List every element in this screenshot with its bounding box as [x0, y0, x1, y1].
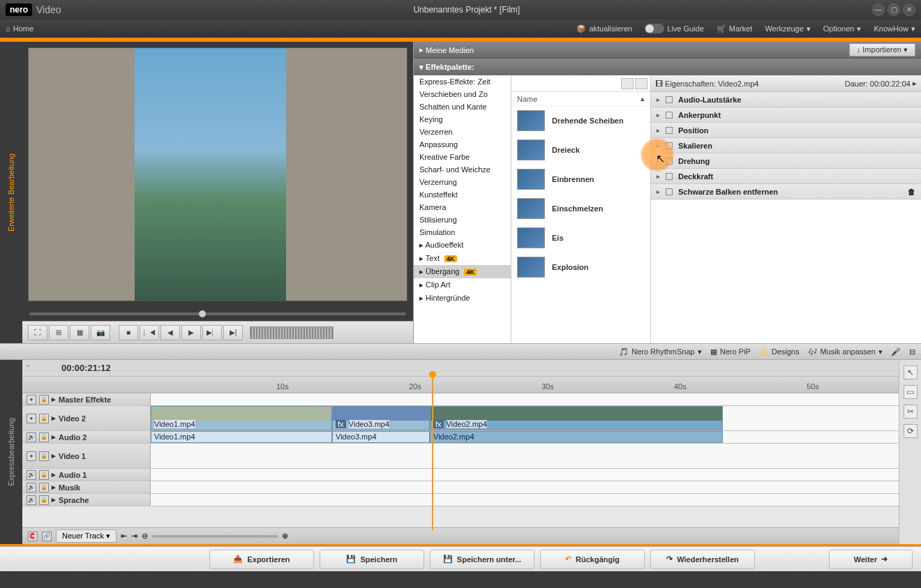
clip-video1[interactable]: Video1.mp4	[151, 406, 332, 430]
property-row[interactable]: ▸Ankerpunkt	[651, 107, 921, 123]
playhead[interactable]	[432, 377, 433, 530]
category-item[interactable]: Anpassung	[414, 138, 511, 151]
property-row[interactable]: ▸Deckkraft	[651, 169, 921, 184]
snapshot-button[interactable]: 📷	[91, 325, 110, 340]
clip-video2[interactable]: fxVideo2.mp4	[430, 406, 723, 430]
next-button[interactable]: Weiter ➜	[829, 550, 913, 569]
designs-button[interactable]: ✨ Designs	[759, 347, 800, 356]
import-button[interactable]: ↓ Importieren ▾	[849, 43, 915, 56]
view-list-button[interactable]	[635, 78, 647, 89]
fullscreen-button[interactable]: ⛶	[28, 325, 47, 340]
category-item[interactable]: Verzerrung	[414, 176, 511, 188]
stop-button[interactable]: ■	[119, 325, 138, 340]
new-track-button[interactable]: Neuer Track ▾	[56, 529, 117, 543]
tools-menu[interactable]: Werkzeuge ▾	[765, 24, 810, 33]
effect-item[interactable]: Explosion	[511, 252, 650, 282]
clip-audio3[interactable]: Video3.mp4	[332, 431, 430, 443]
category-item[interactable]: Stilisierung	[414, 213, 511, 226]
property-row[interactable]: ▸Position	[651, 123, 921, 138]
view-thumb-button[interactable]	[621, 78, 634, 89]
category-item[interactable]: Schatten und Kante	[414, 100, 511, 113]
step-fwd-button[interactable]: ▶⎸	[202, 325, 222, 340]
track-header-audio2[interactable]: 🔊🔒▸Audio 2	[22, 431, 151, 443]
category-item[interactable]: Verschieben und Zo	[414, 88, 511, 100]
liveguide-toggle[interactable]: Live Guide	[645, 24, 704, 33]
save-button[interactable]: 💾Speichern	[320, 550, 424, 569]
zoom-start-button[interactable]: ⇤	[121, 532, 127, 541]
clip-audio2[interactable]: Video2.mp4	[430, 431, 723, 443]
clip-video3[interactable]: fxVideo3.mp4	[332, 406, 430, 430]
options-menu[interactable]: Optionen ▾	[823, 24, 862, 33]
effect-item[interactable]: Einbrennen	[511, 165, 650, 194]
track-header-musik[interactable]: 🔊🔒▸Musik	[22, 481, 151, 493]
property-row[interactable]: ▸Schwarze Balken entfernen🗑	[651, 184, 921, 199]
name-column-header[interactable]: Name	[517, 95, 537, 103]
track-header-video1[interactable]: ●🔒▸Video 1	[22, 444, 151, 468]
video-preview[interactable]	[28, 47, 407, 301]
track-header-sprache[interactable]: 🔊🔒▸Sprache	[22, 494, 151, 506]
magnet-button[interactable]: 🧲	[28, 532, 38, 541]
category-item[interactable]: ▸ Hintergründe	[414, 292, 511, 305]
track-header-audio1[interactable]: 🔊🔒▸Audio 1	[22, 469, 151, 481]
category-item[interactable]: Express-Effekte: Zeit	[414, 75, 511, 88]
keyframe-toggle[interactable]	[666, 142, 673, 149]
property-row[interactable]: ▸Skalieren	[651, 138, 921, 153]
zoom-slider[interactable]	[152, 535, 278, 538]
cut-tool[interactable]: ✂	[904, 405, 918, 419]
rhythmsnap-button[interactable]: 🎵 Nero RhythmSnap▾	[619, 347, 702, 356]
category-item[interactable]: Kunsteffekt	[414, 188, 511, 201]
close-button[interactable]: ✕	[903, 3, 915, 16]
minimize-button[interactable]: —	[872, 3, 885, 16]
marquee-tool[interactable]: ▭	[904, 385, 918, 399]
advanced-edit-tab[interactable]: Erweiterte Bearbeitung	[0, 42, 22, 343]
track-header-master[interactable]: ●🔒▸Master Effekte	[22, 393, 151, 405]
link-button[interactable]: 🔗	[42, 532, 52, 541]
update-button[interactable]: 📦aktualisieren	[576, 24, 632, 33]
keyframe-toggle[interactable]	[666, 158, 673, 165]
market-button[interactable]: 🛒Market	[717, 24, 753, 33]
jog-wheel[interactable]	[250, 326, 334, 339]
knowhow-menu[interactable]: KnowHow ▾	[874, 24, 915, 33]
property-row[interactable]: ▸Audio-Lautstärke	[651, 92, 921, 107]
prev-frame-button[interactable]: ⎸◀	[140, 325, 159, 340]
select-tool[interactable]: ↖	[904, 365, 918, 379]
trash-icon[interactable]: 🗑	[908, 188, 915, 196]
grid-button[interactable]: ▦	[70, 325, 89, 340]
keyframe-toggle[interactable]	[666, 96, 673, 103]
collapse-icon[interactable]: ⌃	[25, 363, 31, 372]
chevron-right-icon[interactable]: ▸	[913, 79, 917, 88]
next-frame-button[interactable]: ▶|	[223, 325, 243, 340]
pip-button[interactable]: ▦ Nero PiP	[710, 347, 751, 356]
track-header-video2[interactable]: ●🔒▸Video 2	[22, 406, 151, 430]
home-button[interactable]: ⌂ Home	[6, 24, 33, 33]
clip-audio1[interactable]: Video1.mp4	[151, 431, 332, 443]
maximize-button[interactable]: ▢	[888, 3, 900, 16]
category-item[interactable]: ▸ Text 4K	[414, 252, 511, 265]
refresh-tool[interactable]: ⟳	[904, 424, 918, 438]
category-item[interactable]: Kamera	[414, 201, 511, 213]
play-button[interactable]: ▶	[181, 325, 201, 340]
music-adjust-button[interactable]: 🎶 Musik anpassen▾	[808, 347, 883, 356]
export-button[interactable]: 📤Exportieren	[209, 550, 314, 569]
category-item[interactable]: Simulation	[414, 226, 511, 239]
preview-scrubber[interactable]	[22, 307, 413, 321]
zoom-end-button[interactable]: ⇥	[131, 532, 137, 541]
effect-item[interactable]: Eis	[511, 223, 650, 252]
time-ruler[interactable]: 10s20s30s40s50s	[22, 377, 899, 393]
category-item[interactable]: ▸ Clip Art	[414, 278, 511, 292]
category-item[interactable]: ▸ Übergang 4K	[414, 265, 511, 278]
category-item[interactable]: ▸ Audioeffekt	[414, 239, 511, 252]
category-item[interactable]: Keying	[414, 113, 511, 126]
saveas-button[interactable]: 💾Speichern unter...	[430, 550, 534, 569]
effect-item[interactable]: Einschmelzen	[511, 194, 650, 223]
keyframe-toggle[interactable]	[666, 188, 673, 195]
category-item[interactable]: Verzerren	[414, 126, 511, 138]
media-header[interactable]: ▸ Meine Medien ↓ Importieren ▾	[414, 42, 921, 59]
keyframe-toggle[interactable]	[666, 173, 673, 180]
express-edit-tab[interactable]: Expressbearbeitung	[0, 360, 22, 544]
category-item[interactable]: Scharf- und Weichze	[414, 163, 511, 176]
effects-header[interactable]: ▾ Effektpalette:	[414, 59, 921, 75]
zoom-out-button[interactable]: ⊖	[142, 532, 148, 541]
mic-button[interactable]: 🎤	[891, 347, 901, 356]
effect-item[interactable]: Dreieck	[511, 135, 650, 165]
